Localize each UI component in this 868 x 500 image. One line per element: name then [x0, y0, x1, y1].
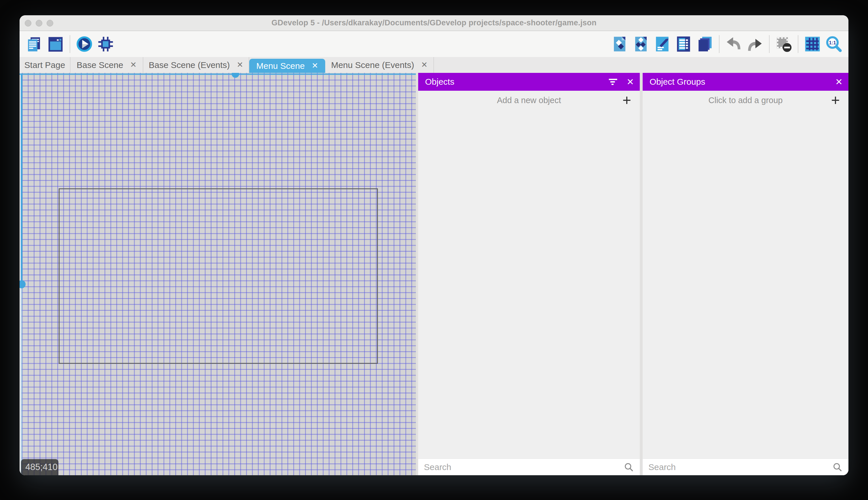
game-window-border	[59, 189, 378, 364]
add-group-label: Click to add a group	[708, 95, 783, 105]
minimize-window-button[interactable]	[36, 20, 42, 26]
toolbar-right-group: 1:1	[609, 35, 844, 53]
tab-label: Menu Scene (Events)	[331, 60, 414, 70]
selection-handle-left[interactable]	[20, 280, 26, 288]
layers-editor-icon[interactable]	[696, 36, 713, 53]
add-group-button[interactable]: Click to add a group +	[643, 91, 848, 110]
editor-content: 485;410 Objects ✕ Add a new object +	[20, 73, 848, 475]
traffic-lights	[25, 15, 53, 31]
undo-icon[interactable]	[725, 36, 742, 53]
add-object-label: Add a new object	[497, 95, 561, 105]
tab-label: Base Scene (Events)	[149, 60, 230, 70]
tab-bar-filler	[434, 57, 848, 73]
zoom-ratio-label: 1:1	[829, 40, 836, 46]
objects-editor-icon[interactable]	[611, 36, 628, 53]
objects-panel-header: Objects ✕	[418, 73, 640, 91]
tab-base-scene-events[interactable]: Base Scene (Events) ✕	[143, 57, 249, 73]
cursor-coordinates-badge: 485;410	[21, 459, 58, 475]
tab-close-icon[interactable]: ✕	[237, 61, 244, 69]
project-manager-icon[interactable]	[26, 36, 43, 53]
groups-list-empty-area	[643, 110, 848, 458]
toolbar-separator	[769, 35, 770, 53]
maximize-window-button[interactable]	[47, 20, 53, 26]
tab-start-page[interactable]: Start Page	[20, 57, 71, 73]
objects-panel-title: Objects	[425, 77, 599, 87]
redo-icon[interactable]	[747, 36, 763, 53]
window-mask-toggle-icon[interactable]	[775, 36, 792, 53]
properties-icon[interactable]	[654, 36, 671, 53]
plus-icon: +	[831, 93, 840, 108]
close-window-button[interactable]	[25, 20, 31, 26]
toolbar-separator	[70, 35, 70, 53]
main-toolbar: 1:1	[20, 31, 848, 57]
add-object-button[interactable]: Add a new object +	[418, 91, 640, 110]
object-groups-panel-title: Object Groups	[649, 77, 828, 87]
scene-canvas[interactable]: 485;410	[20, 73, 416, 475]
objects-panel: Objects ✕ Add a new object +	[418, 73, 640, 475]
object-groups-editor-icon[interactable]	[633, 36, 649, 53]
selection-left-edge	[21, 73, 22, 475]
toolbar-separator	[719, 35, 719, 53]
objects-list-empty-area	[418, 110, 640, 458]
groups-search-input[interactable]	[648, 462, 832, 472]
tab-label: Menu Scene	[256, 61, 305, 71]
tab-menu-scene-events[interactable]: Menu Scene (Events) ✕	[325, 57, 434, 73]
groups-search-bar	[643, 458, 848, 475]
selection-handle-top[interactable]	[232, 73, 239, 78]
tab-close-icon[interactable]: ✕	[312, 62, 318, 70]
objects-search-bar	[418, 458, 640, 475]
object-groups-panel-close-icon[interactable]: ✕	[835, 77, 843, 87]
search-icon[interactable]	[624, 462, 634, 472]
search-icon[interactable]	[832, 462, 843, 472]
tab-base-scene[interactable]: Base Scene ✕	[71, 57, 143, 73]
editor-tab-bar: Start Page Base Scene ✕ Base Scene (Even…	[20, 57, 848, 73]
panel-gap	[640, 73, 643, 475]
grid-toggle-icon[interactable]	[804, 36, 821, 53]
tab-label: Start Page	[24, 60, 65, 70]
window-title: GDevelop 5 - /Users/dkarakay/Documents/G…	[271, 19, 596, 27]
title-bar: GDevelop 5 - /Users/dkarakay/Documents/G…	[20, 15, 848, 31]
tab-close-icon[interactable]: ✕	[421, 61, 428, 69]
app-window: GDevelop 5 - /Users/dkarakay/Documents/G…	[20, 15, 848, 475]
object-groups-panel-header: Object Groups ✕	[643, 73, 848, 91]
plus-icon: +	[622, 93, 631, 108]
scene-editor-icon[interactable]	[47, 36, 64, 53]
preview-play-icon[interactable]	[76, 36, 93, 53]
objects-panel-close-icon[interactable]: ✕	[626, 77, 634, 87]
zoom-one-to-one-icon[interactable]: 1:1	[825, 36, 842, 53]
object-groups-panel: Object Groups ✕ Click to add a group +	[643, 73, 848, 475]
tab-menu-scene[interactable]: Menu Scene ✕	[249, 59, 325, 73]
debug-icon[interactable]	[97, 36, 114, 53]
tab-close-icon[interactable]: ✕	[130, 61, 137, 69]
filter-icon[interactable]	[607, 76, 619, 88]
panel-resize-gutter[interactable]	[416, 73, 418, 475]
instances-list-icon[interactable]	[675, 36, 692, 53]
toolbar-separator	[798, 35, 798, 53]
tab-label: Base Scene	[77, 60, 123, 70]
selection-top-edge	[20, 73, 416, 75]
objects-search-input[interactable]	[424, 462, 624, 472]
